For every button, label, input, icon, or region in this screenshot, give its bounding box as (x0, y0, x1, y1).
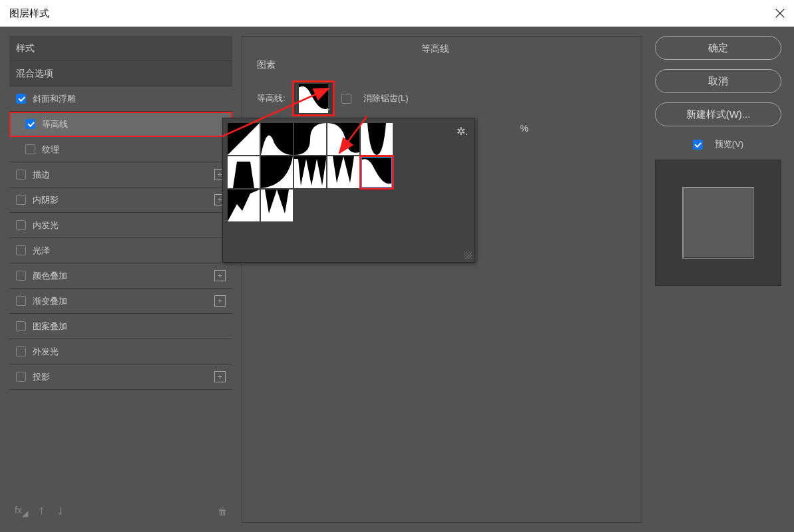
window-title: 图层样式 (9, 7, 49, 20)
preview-toggle-row[interactable]: 预览(V) (693, 138, 743, 150)
style-checkbox[interactable] (16, 321, 26, 331)
percent-label: % (520, 123, 528, 134)
style-checkbox[interactable] (16, 195, 26, 205)
antialias-row[interactable]: 消除锯齿(L) (341, 92, 409, 104)
style-checkbox[interactable] (16, 170, 26, 180)
style-item-label: 外发光 (33, 346, 59, 358)
style-item-6[interactable]: 光泽 (9, 238, 232, 263)
contour-preset-2[interactable] (261, 123, 293, 155)
fx-icon[interactable]: fx◢ (15, 505, 28, 518)
contour-preset-12[interactable] (261, 190, 293, 221)
style-item-label: 等高线 (42, 118, 68, 130)
chevron-down-icon: ⌄ (325, 104, 331, 112)
style-item-5[interactable]: 内发光 (9, 213, 232, 238)
style-item-9[interactable]: 图案叠加 (9, 314, 232, 339)
style-item-11[interactable]: 投影+ (9, 364, 232, 390)
style-checkbox[interactable] (16, 94, 26, 104)
dialog-body: 样式 混合选项 斜面和浮雕等高线纹理描边+内阴影+内发光光泽颜色叠加+渐变叠加+… (0, 27, 794, 532)
style-item-8[interactable]: 渐变叠加+ (9, 289, 232, 314)
preview-swatch (682, 187, 754, 259)
titlebar: 图层样式 (0, 0, 794, 27)
contour-preset-4[interactable] (327, 123, 359, 155)
section-title: 等高线 (240, 43, 631, 55)
style-item-2[interactable]: 纹理 (9, 137, 232, 162)
contour-preset-11[interactable] (228, 190, 260, 221)
blend-options-header[interactable]: 混合选项 (9, 61, 232, 86)
antialias-label: 消除锯齿(L) (363, 92, 409, 104)
preview-checkbox[interactable] (693, 140, 703, 150)
style-item-label: 投影 (33, 371, 50, 383)
contour-preset-3[interactable] (294, 123, 326, 155)
resize-grip[interactable] (464, 251, 472, 259)
blend-options-label: 混合选项 (16, 68, 53, 80)
add-effect-icon[interactable]: + (214, 295, 226, 307)
style-item-4[interactable]: 内阴影+ (9, 188, 232, 213)
contour-row: 等高线: ⌄ 消除锯齿(L) (257, 80, 631, 116)
contour-thumb (299, 84, 328, 113)
preview-box (655, 160, 781, 286)
style-item-label: 内阴影 (33, 194, 59, 206)
arrow-down-icon[interactable]: 🡓 (56, 506, 65, 517)
style-checkbox[interactable] (16, 372, 26, 382)
contour-preset-1[interactable] (228, 123, 260, 155)
close-icon[interactable] (775, 9, 785, 18)
contour-label: 等高线: (257, 92, 286, 104)
trash-icon[interactable]: 🗑 (218, 506, 227, 517)
contour-preset-7[interactable] (261, 156, 293, 188)
arrow-up-icon[interactable]: 🡑 (37, 506, 47, 517)
new-style-button[interactable]: 新建样式(W)... (655, 102, 781, 126)
style-item-label: 图案叠加 (33, 321, 67, 332)
styles-header[interactable]: 样式 (9, 36, 232, 61)
style-item-0[interactable]: 斜面和浮雕 (9, 86, 232, 112)
style-checkbox[interactable] (16, 346, 26, 356)
style-item-3[interactable]: 描边+ (9, 162, 232, 188)
style-checkbox[interactable] (16, 271, 26, 281)
styles-header-label: 样式 (16, 43, 35, 55)
style-item-1[interactable]: 等高线 (9, 112, 232, 137)
contour-preset-6[interactable] (228, 156, 260, 188)
style-item-label: 内发光 (33, 219, 59, 231)
style-checkbox[interactable] (25, 144, 35, 154)
sub-title: 图素 (257, 59, 631, 71)
style-item-label: 描边 (33, 169, 50, 181)
style-item-label: 纹理 (42, 144, 59, 156)
cancel-button[interactable]: 取消 (655, 69, 781, 93)
contour-preset-8[interactable] (294, 156, 326, 188)
contour-preset-10-selected[interactable] (361, 156, 393, 188)
style-item-label: 渐变叠加 (33, 295, 67, 307)
add-effect-icon[interactable]: + (214, 270, 226, 281)
gear-icon[interactable]: ✲. (457, 125, 468, 138)
contour-preset-5[interactable] (361, 123, 393, 155)
contour-grid (223, 118, 429, 226)
settings-panel: 等高线 图素 等高线: ⌄ 消除锯齿(L) % (242, 36, 642, 523)
style-item-label: 光泽 (33, 245, 50, 257)
style-checkbox[interactable] (16, 296, 26, 306)
style-item-label: 颜色叠加 (33, 270, 67, 282)
contour-dropdown-panel: ✲. (222, 118, 475, 263)
style-checkbox[interactable] (16, 220, 26, 230)
style-item-label: 斜面和浮雕 (33, 93, 76, 105)
style-item-7[interactable]: 颜色叠加+ (9, 263, 232, 289)
preview-label: 预览(V) (715, 138, 743, 150)
buttons-panel: 确定 取消 新建样式(W)... 预览(V) (652, 36, 785, 523)
layer-style-dialog: 图层样式 样式 混合选项 斜面和浮雕等高线纹理描边+内阴影+内发光光泽颜色叠加+… (0, 0, 794, 532)
style-item-10[interactable]: 外发光 (9, 339, 232, 364)
add-effect-icon[interactable]: + (214, 371, 226, 382)
contour-picker[interactable]: ⌄ (292, 80, 335, 116)
style-checkbox[interactable] (16, 245, 26, 255)
style-checkbox[interactable] (25, 119, 35, 129)
styles-list-panel: 样式 混合选项 斜面和浮雕等高线纹理描边+内阴影+内发光光泽颜色叠加+渐变叠加+… (9, 36, 232, 523)
styles-footer: fx◢ 🡑 🡓 🗑 (9, 500, 232, 523)
antialias-checkbox[interactable] (341, 94, 351, 104)
styles-list: 样式 混合选项 斜面和浮雕等高线纹理描边+内阴影+内发光光泽颜色叠加+渐变叠加+… (9, 36, 232, 500)
contour-preset-9[interactable] (327, 156, 359, 188)
ok-button[interactable]: 确定 (655, 36, 781, 60)
